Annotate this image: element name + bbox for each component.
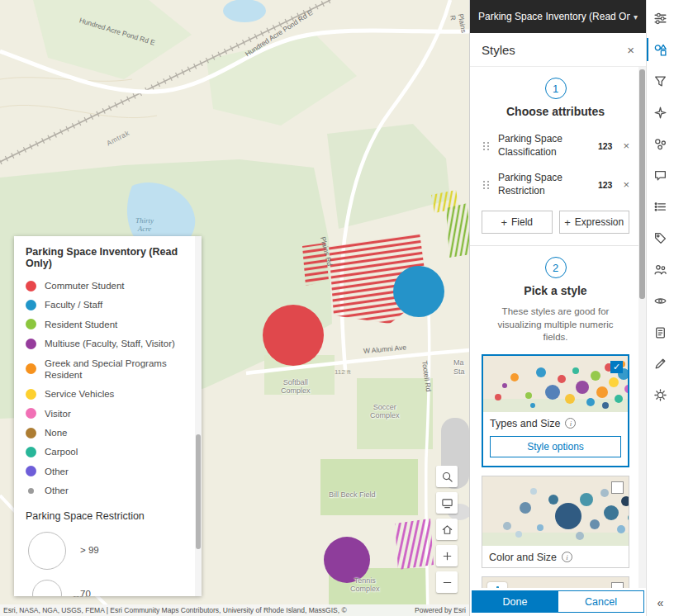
panel-title: Styles <box>482 43 515 57</box>
settings-button[interactable] <box>651 385 671 405</box>
cluster-icon <box>653 137 667 151</box>
style-options-button[interactable]: Style options <box>490 436 621 457</box>
attribute-label: Parking Space Classification <box>498 133 591 159</box>
map-canvas[interactable]: Hundred Acre Pond Rd EHundred Acre Pond … <box>0 0 469 616</box>
style-thumbnail <box>482 476 629 546</box>
style-card-label-row: Types and Sizei <box>483 412 628 434</box>
tag-icon <box>653 231 667 245</box>
legend-item: Commuter Student <box>26 280 185 291</box>
add-field-button[interactable]: + Field <box>482 211 553 234</box>
styles-panel-body: 1 Choose attributes Parking Space Classi… <box>470 67 646 588</box>
legend-swatch <box>28 488 34 494</box>
legend-size-row: > 99 <box>26 532 185 570</box>
legend-item-label: Commuter Student <box>45 280 125 291</box>
editing-button[interactable] <box>651 353 671 373</box>
legend-scrollbar[interactable] <box>195 236 202 596</box>
map-viewer-app: Hundred Acre Pond Rd EHundred Acre Pond … <box>0 0 674 616</box>
properties-button[interactable] <box>651 8 671 28</box>
legend-swatch <box>26 339 36 349</box>
unchecked-checkbox[interactable] <box>611 481 624 494</box>
style-card-color-and-size[interactable]: Color and Sizei <box>482 476 629 568</box>
style-card-label: Color and Size <box>489 552 557 563</box>
drag-handle-icon[interactable] <box>482 179 491 191</box>
layer-action-rail: « <box>646 0 674 616</box>
legend-item: None <box>26 427 185 438</box>
style-card-label-row: Color and Sizei <box>482 546 629 567</box>
legend-size-row: 70 <box>26 580 185 597</box>
legend-item: Other <box>26 466 185 477</box>
bubble-icon <box>653 168 667 182</box>
funnel-icon <box>653 74 667 88</box>
styles-panel: Parking Space Inventory (Read Only) ▾ St… <box>469 0 646 616</box>
zoom-out-icon <box>441 576 453 589</box>
legend-item: Service Vehicles <box>26 388 185 400</box>
pop-ups-button[interactable] <box>651 165 671 185</box>
legend-item: Carpool <box>26 446 185 457</box>
legend-item-label: Greek and Special Programs Resident <box>45 358 185 381</box>
people-icon <box>653 263 667 277</box>
remove-attribute-icon[interactable]: × <box>619 178 629 191</box>
close-icon[interactable]: × <box>627 43 634 57</box>
done-button[interactable]: Done <box>472 590 558 613</box>
layer-selector[interactable]: Parking Space Inventory (Read Only) ▾ <box>470 0 646 33</box>
legend-item-label: Resident Student <box>45 319 117 330</box>
info-icon[interactable]: i <box>565 418 576 429</box>
effects-button[interactable] <box>651 102 671 122</box>
home-button[interactable] <box>436 519 458 540</box>
legend-item-label: Other <box>45 485 69 496</box>
style-card-partial[interactable] <box>482 576 629 588</box>
info-icon[interactable]: i <box>562 552 572 562</box>
panel-scrollbar[interactable] <box>638 67 646 588</box>
collapse-panel-button[interactable]: « <box>647 596 674 609</box>
lot-multiuse-blob <box>324 537 370 583</box>
display-button[interactable] <box>436 492 458 514</box>
labels-button[interactable] <box>651 228 671 248</box>
legend-swatch <box>26 389 36 400</box>
sparkle-icon <box>653 106 667 120</box>
drag-handle-icon[interactable] <box>482 140 491 152</box>
legend-section-title: Parking Space Restriction <box>26 510 185 522</box>
forms-button[interactable] <box>651 322 671 342</box>
style-card-label: Types and Size <box>490 418 560 429</box>
powered-by-esri: Powered by Esri <box>415 606 466 614</box>
plus-icon: + <box>564 216 571 229</box>
sharing-button[interactable] <box>651 259 671 279</box>
legend-scrollbar-thumb[interactable] <box>196 434 201 550</box>
style-thumbnail <box>482 577 629 588</box>
remove-attribute-icon[interactable]: × <box>619 140 629 152</box>
search-button[interactable] <box>436 466 458 487</box>
plus-icon: + <box>501 216 507 229</box>
zoom-in-button[interactable] <box>436 545 458 566</box>
filter-button[interactable] <box>651 71 671 91</box>
layer-selector-label: Parking Space Inventory (Read Only) <box>478 11 630 22</box>
fields-button[interactable] <box>651 197 671 216</box>
attribution-text: Esri, NASA, NGA, USGS, FEMA | Esri Commu… <box>3 606 408 614</box>
step-1-badge: 1 <box>545 78 567 99</box>
list-icon <box>653 200 667 214</box>
legend-size-circle <box>28 532 66 570</box>
numeric-field-badge: 123 <box>598 141 613 151</box>
legend-item: Greek and Special Programs Resident <box>26 358 185 381</box>
styles-button[interactable] <box>651 40 671 59</box>
legend-item-label: Faculty / Staff <box>45 299 102 310</box>
legend-item: Visitor <box>26 408 185 419</box>
legend-item-label: Multiuse (Faculty, Staff, Visitor) <box>45 338 175 349</box>
attribute-row: Parking Space Restriction123× <box>482 165 629 204</box>
legend-item: Other <box>26 485 185 496</box>
checked-checkbox[interactable]: ✓ <box>610 361 623 373</box>
cancel-button[interactable]: Cancel <box>558 590 644 613</box>
panel-scrollbar-thumb[interactable] <box>639 69 645 299</box>
unchecked-checkbox[interactable] <box>611 582 624 588</box>
visibility-button[interactable] <box>651 291 671 310</box>
zoom-out-button[interactable] <box>436 571 458 593</box>
add-expression-button[interactable]: + Expression <box>559 211 630 234</box>
legend-item-label: None <box>45 427 68 438</box>
legend-item-label: Carpool <box>45 446 78 457</box>
lot-commuter-blob <box>263 305 324 366</box>
add-expression-label: Expression <box>575 216 624 228</box>
legend-title: Parking Space Inventory (Read Only) <box>26 246 185 269</box>
style-card-types-and-size[interactable]: ✓Types and SizeiStyle options <box>482 354 629 467</box>
legend-swatch <box>26 319 36 329</box>
shapes-icon <box>653 43 667 57</box>
aggregation-button[interactable] <box>651 134 671 154</box>
